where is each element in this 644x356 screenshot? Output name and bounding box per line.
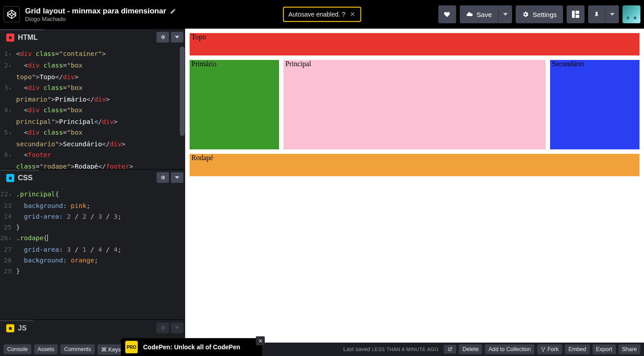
assets-button[interactable]: Assets (34, 344, 58, 354)
layout-button[interactable] (567, 5, 585, 23)
title-block: Grid layout - minmax para dimensionar Di… (25, 7, 176, 22)
save-button[interactable]: Save (460, 5, 498, 23)
preview-rodape: Rodapé (190, 154, 640, 176)
preview-secundario: Secundário (550, 60, 640, 149)
add-to-collection-button[interactable]: Add to Collection (485, 344, 534, 354)
svg-rect-1 (576, 11, 579, 14)
preview-pane: Topo Primário Principal Secundário Rodap… (185, 29, 644, 343)
tab-js[interactable]: ✱ JS (0, 320, 33, 336)
embed-button[interactable]: Embed (565, 344, 590, 354)
close-promo-icon[interactable]: ✕ (256, 336, 265, 345)
footer: Console Assets Comments ⌘ Keys Last save… (0, 343, 644, 356)
save-button-group: Save (460, 5, 512, 23)
pen-author[interactable]: Diogo Machado (25, 16, 176, 22)
avatar[interactable] (623, 5, 640, 23)
last-saved-prefix: Last saved (343, 346, 372, 352)
tab-css[interactable]: ✱ CSS (0, 170, 39, 186)
svg-rect-2 (576, 15, 579, 18)
console-button[interactable]: Console (4, 344, 31, 354)
close-icon[interactable]: ✕ (350, 10, 356, 18)
preview-principal: Principal (284, 60, 546, 149)
svg-rect-0 (572, 11, 575, 18)
autosave-banner: Autosave enabled. ? ✕ (283, 7, 361, 22)
preview-topo: Topo (190, 33, 640, 55)
last-saved: Last saved LESS THAN A MINUTE AGO (343, 346, 438, 352)
pin-button-group (588, 5, 619, 23)
topbar: Grid layout - minmax para dimensionar Di… (0, 0, 644, 29)
promo-text: CodePen: Unlock all of CodePen (143, 343, 240, 351)
html-chevron-down-icon[interactable] (171, 32, 183, 42)
share-button[interactable]: Share (619, 344, 640, 354)
pro-badge-icon: PRO (125, 341, 138, 353)
edit-title-icon[interactable] (170, 8, 176, 14)
css-chevron-down-icon[interactable] (171, 172, 183, 183)
main: ✱ HTML 1▾<div class="container"> 2▾ <div… (0, 29, 644, 343)
tab-html-label: HTML (18, 34, 38, 42)
js-badge-icon: ✱ (6, 324, 14, 332)
html-editor[interactable]: 1▾<div class="container"> 2▾ <div class=… (0, 45, 185, 169)
last-saved-ago: LESS THAN A MINUTE AGO (372, 347, 438, 352)
open-external-button[interactable] (444, 345, 456, 354)
settings-label: Settings (533, 11, 557, 18)
tab-html[interactable]: ✱ HTML (0, 29, 44, 45)
tab-css-label: CSS (18, 174, 33, 182)
js-chevron-down-icon[interactable] (171, 322, 183, 333)
save-label: Save (477, 11, 492, 18)
html-panel: ✱ HTML 1▾<div class="container"> 2▾ <div… (0, 29, 185, 169)
save-dropdown[interactable] (498, 5, 512, 23)
promo-banner[interactable]: PRO CodePen: Unlock all of CodePen ✕ (121, 338, 262, 356)
codepen-logo-icon[interactable] (4, 6, 20, 22)
fork-label: Fork (547, 346, 559, 352)
editors-column: ✱ HTML 1▾<div class="container"> 2▾ <div… (0, 29, 185, 343)
css-panel: ✱ CSS 22▾.principal{ 23 background: pink… (0, 169, 185, 319)
js-settings-icon[interactable] (157, 322, 169, 333)
autosave-text: Autosave enabled. ? (288, 11, 346, 18)
comments-button[interactable]: Comments (60, 344, 94, 354)
export-button[interactable]: Export (593, 344, 616, 354)
delete-button[interactable]: Delete (459, 344, 482, 354)
preview-primario: Primário (190, 60, 279, 149)
css-settings-icon[interactable] (157, 172, 169, 183)
css-editor[interactable]: 22▾.principal{ 23 background: pink; 24 g… (0, 185, 185, 319)
fork-button[interactable]: Fork (537, 344, 562, 354)
like-button[interactable] (438, 5, 456, 23)
tab-js-label: JS (18, 324, 27, 332)
preview-container: Topo Primário Principal Secundário Rodap… (190, 33, 640, 176)
pin-dropdown[interactable] (605, 5, 619, 23)
css-badge-icon: ✱ (6, 174, 14, 182)
html-scrollbar[interactable] (179, 45, 185, 169)
svg-point-5 (542, 351, 543, 352)
settings-button[interactable]: Settings (516, 5, 563, 23)
svg-point-4 (544, 347, 545, 348)
html-settings-icon[interactable] (157, 32, 169, 42)
html-badge-icon: ✱ (6, 34, 14, 42)
svg-point-3 (541, 347, 542, 348)
pin-button[interactable] (588, 5, 605, 23)
pen-title[interactable]: Grid layout - minmax para dimensionar (25, 7, 166, 16)
